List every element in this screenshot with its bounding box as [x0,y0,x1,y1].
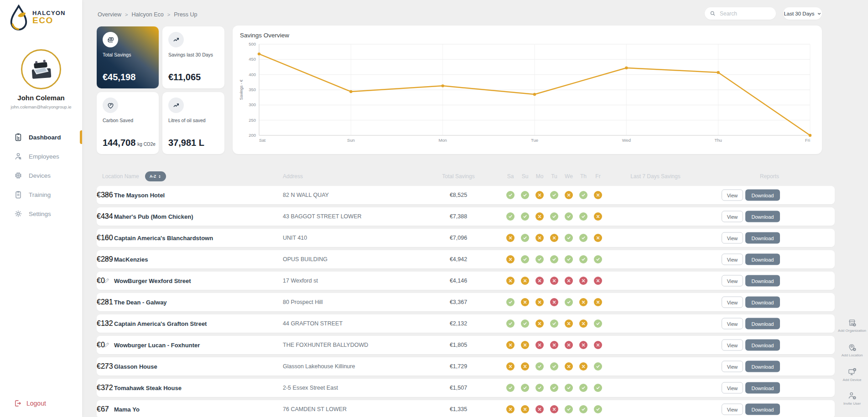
day-cell [547,212,561,221]
sidebar-item-label: Settings [29,211,51,217]
view-report-button[interactable]: View [722,275,743,287]
download-report-button[interactable]: Download [745,318,780,329]
location-name: Mama Yo [114,406,140,413]
day-status-x-icon [565,362,573,371]
day-status-x-icon [594,212,602,221]
view-report-button[interactable]: View [722,211,743,222]
stat-value: 37,981 L [168,138,204,148]
day-cell [518,341,532,349]
day-cell [561,298,576,306]
svg-text:Savings - €: Savings - € [239,79,244,100]
last7-savings-value: €160 [97,234,113,242]
dashboard-app: HALCYON ECO John Coleman john.coleman@ha… [0,0,868,417]
column-header-reports: Reports [733,173,806,180]
day-status-x-icon [535,298,544,306]
add-organization-button[interactable]: Add Organization [836,318,868,333]
sidebar-item-dashboard[interactable]: Dashboard [0,128,82,147]
day-cell [561,362,576,371]
stat-card-savings-30-days: Savings last 30 Days €11,065 [162,26,224,88]
view-report-button[interactable]: View [722,318,743,329]
total-savings-value: €7,388 [422,213,495,220]
day-cell [547,405,561,413]
add-device-button[interactable]: Add Device [836,367,868,382]
day-status-x-icon [506,277,515,285]
day-status-x-icon [594,298,602,306]
day-cell [561,191,576,199]
day-status-check-icon [565,298,573,306]
day-cell [576,212,591,221]
sidebar-item-devices[interactable]: Devices [0,166,82,185]
day-cell [547,234,561,242]
sidebar-item-settings[interactable]: Settings [0,204,82,223]
stat-value-suffix: kg CO2e [137,142,155,147]
date-range-dropdown[interactable]: Last 30 Days [783,7,822,20]
location-address: OPUS BUILDING [283,256,327,263]
view-report-button[interactable]: View [722,404,743,415]
day-header-fr: Fr [591,173,605,180]
column-header-address[interactable]: Address [283,173,303,180]
day-status-check-icon [565,234,573,242]
search-input[interactable] [719,10,771,17]
day-status-dots [503,362,605,371]
add-location-button[interactable]: Add Location [836,343,868,358]
day-status-x-icon [594,277,602,285]
invite-user-button[interactable]: Invite User [836,391,868,406]
day-status-x-icon [521,277,529,285]
location-address: 17 Wexford st [283,278,318,284]
column-header-days: Sa Su Mo Tu We Th Fr [503,173,605,180]
download-report-button[interactable]: Download [745,254,780,265]
column-header-total-savings[interactable]: Total Savings [422,173,495,180]
breadcrumb-overview[interactable]: Overview [98,11,121,18]
sidebar-item-employees[interactable]: Employees [0,147,82,166]
sidebar: HALCYON ECO John Coleman john.coleman@ha… [0,0,82,417]
day-status-check-icon [550,319,558,328]
download-report-button[interactable]: Download [745,404,780,415]
day-cell [547,191,561,199]
day-status-check-icon [550,384,558,392]
sort-az-button[interactable]: A-Z [145,171,166,181]
view-report-button[interactable]: View [722,382,743,394]
view-report-button[interactable]: View [722,340,743,351]
download-report-button[interactable]: Download [745,340,780,351]
location-address: 44 GRAFTON STREET [283,320,343,327]
svg-text:Thu: Thu [714,138,722,143]
location-name: Tomahawk Steak House [114,385,182,391]
column-header-location[interactable]: Location Name [102,173,139,180]
download-report-button[interactable]: Download [745,232,780,244]
day-status-x-icon [506,405,515,413]
location-name: Captain America's Grafton Street [114,320,207,327]
day-cell [561,255,576,263]
total-savings-value: €1,507 [422,385,495,391]
download-report-button[interactable]: Download [745,211,780,222]
day-cell [561,405,576,413]
view-report-button[interactable]: View [722,297,743,308]
column-header-last7-savings[interactable]: Last 7 Days Savings [610,173,701,180]
day-header-mo: Mo [532,173,547,180]
view-report-button[interactable]: View [722,232,743,244]
total-savings-value: €1,729 [422,363,495,370]
day-status-x-icon [506,341,515,349]
day-status-x-icon [506,255,515,263]
download-report-button[interactable]: Download [745,275,780,287]
last7-savings-value: €372 [97,384,113,392]
download-report-button[interactable]: Download [745,297,780,308]
view-report-button[interactable]: View [722,190,743,201]
breadcrumb-halcyon-eco[interactable]: Halcyon Eco [132,11,164,18]
day-cell [518,234,532,242]
day-status-check-icon [521,384,529,392]
view-report-button[interactable]: View [722,254,743,265]
download-report-button[interactable]: Download [745,382,780,394]
download-report-button[interactable]: Download [745,190,780,201]
fryer-machine-image [27,55,55,83]
breadcrumb-press-up[interactable]: Press Up [174,11,197,18]
day-status-check-icon [521,234,529,242]
download-report-button[interactable]: Download [745,361,780,372]
logout-button[interactable]: Logout [14,399,46,407]
day-status-x-icon [594,191,602,199]
day-status-x-icon [579,362,587,371]
sidebar-item-training[interactable]: Training [0,185,82,204]
day-status-check-icon [594,319,602,328]
view-report-button[interactable]: View [722,361,743,372]
sidebar-nav: Dashboard Employees Devices [0,128,82,223]
breadcrumb-separator: > [125,12,128,17]
